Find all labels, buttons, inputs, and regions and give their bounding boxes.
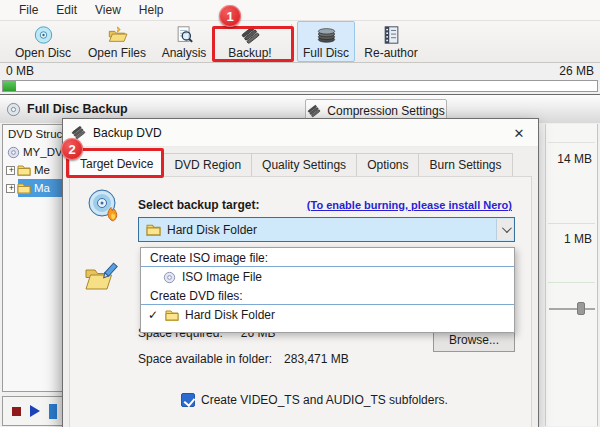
- annotation-badge-1: 1: [219, 5, 241, 27]
- tree-item-folder-2[interactable]: Ma: [3, 179, 65, 197]
- open-disc-button[interactable]: Open Disc: [6, 21, 80, 62]
- tab-burn-settings[interactable]: Burn Settings: [418, 153, 512, 177]
- dropdown-item-iso-label: ISO Image File: [182, 270, 262, 284]
- dropdown-item-folder-label: Hard Disk Folder: [185, 308, 275, 322]
- app-window: File Edit View Help Open Disc Open Files: [0, 0, 600, 427]
- film-strip-icon: [382, 25, 401, 45]
- subfolders-checkbox-label: Create VIDEO_TS and AUDIO_TS subfolders.: [201, 393, 448, 407]
- combobox-value: Hard Disk Folder: [167, 223, 257, 237]
- tree-item-folder-1-label: Me: [34, 164, 50, 176]
- re-author-label: Re-author: [364, 46, 417, 60]
- combobox-dropdown-button[interactable]: [496, 219, 513, 240]
- compression-settings-icon: [307, 104, 321, 118]
- write-folder-icon: [82, 261, 118, 293]
- slider1-track[interactable]: [549, 308, 595, 310]
- backup-target-dropdown-list: Create ISO image file: ISO Image File Cr…: [140, 247, 515, 333]
- panel-divider: [548, 223, 595, 224]
- open-folder-icon: [107, 25, 128, 45]
- capacity-row: 0 MB 26 MB: [0, 63, 600, 79]
- subfolders-checkbox-row: Create VIDEO_TS and AUDIO_TS subfolders.: [181, 393, 448, 407]
- slider1-thumb[interactable]: [577, 302, 585, 315]
- dropdown-item-folder[interactable]: ✓ Hard Disk Folder: [141, 305, 514, 324]
- menu-view[interactable]: View: [86, 1, 130, 19]
- select-backup-target-label: Select backup target:: [138, 198, 259, 212]
- cd-icon: [33, 25, 54, 45]
- slider1-value: 14 MB: [557, 152, 592, 166]
- disc-stack-icon: [315, 25, 338, 45]
- analysis-label: Analysis: [162, 46, 207, 60]
- dvd-disc-icon: [7, 146, 20, 159]
- tab-dvd-region[interactable]: DVD Region: [163, 153, 252, 177]
- close-icon[interactable]: ✕: [500, 119, 538, 147]
- slider2-value: 1 MB: [564, 232, 592, 246]
- stop-icon[interactable]: [12, 407, 21, 416]
- capacity-total: 26 MB: [559, 64, 594, 78]
- tab-options[interactable]: Options: [356, 153, 419, 177]
- dialog-title: Backup DVD: [93, 126, 162, 140]
- folder-icon: [165, 309, 179, 321]
- re-author-button[interactable]: Re-author: [355, 21, 427, 62]
- compression-settings-label: Compression Settings: [327, 104, 444, 118]
- install-nero-link[interactable]: (To enable burning, please install Nero): [307, 199, 512, 211]
- toolbar: Open Disc Open Files Analysis: [0, 21, 600, 63]
- folder-icon: [17, 164, 31, 176]
- annotation-box-backup: [212, 26, 294, 62]
- analysis-button[interactable]: Analysis: [154, 21, 214, 62]
- space-available-row: Space available in folder:283,471 MB: [138, 352, 349, 366]
- space-available-label: Space available in folder:: [138, 352, 272, 366]
- capacity-used: 0 MB: [6, 64, 34, 78]
- backup-target-combobox[interactable]: Hard Disk Folder: [138, 217, 515, 242]
- dialog-title-bar[interactable]: Backup DVD: [63, 119, 538, 147]
- panel-divider: [548, 142, 595, 143]
- dropdown-item-iso[interactable]: ISO Image File: [141, 267, 514, 286]
- menu-edit[interactable]: Edit: [47, 1, 86, 19]
- analysis-magnifier-icon: [174, 25, 195, 45]
- open-disc-label: Open Disc: [15, 46, 71, 60]
- folder-icon: [17, 182, 31, 194]
- menu-file[interactable]: File: [10, 1, 47, 19]
- full-disc-button[interactable]: Full Disc: [297, 21, 355, 62]
- open-files-button[interactable]: Open Files: [80, 21, 154, 62]
- play-icon[interactable]: [30, 405, 40, 417]
- tree-item-folder-1[interactable]: Me: [3, 161, 65, 179]
- tree-item-folder-2-label: Ma: [34, 182, 50, 194]
- annotation-badge-2: 2: [61, 138, 83, 160]
- iso-disc-icon: [163, 271, 176, 284]
- dropdown-group-dvd: Create DVD files:: [141, 286, 514, 305]
- checkmark-icon: ✓: [148, 308, 159, 322]
- subfolders-checkbox[interactable]: [181, 393, 195, 407]
- open-files-label: Open Files: [88, 46, 146, 60]
- menu-bar: File Edit View Help: [0, 0, 600, 21]
- tab-quality-settings[interactable]: Quality Settings: [251, 153, 357, 177]
- section-title: Full Disc Backup: [27, 102, 128, 116]
- menu-help[interactable]: Help: [130, 1, 173, 19]
- dvd-structure-title: DVD Struc: [3, 125, 65, 143]
- expand-plus-icon[interactable]: [6, 184, 15, 193]
- tree-item-root-label: MY_DV: [23, 146, 63, 158]
- expand-plus-icon[interactable]: [6, 166, 15, 175]
- tree-item-root[interactable]: MY_DV: [3, 143, 65, 161]
- folder-icon: [146, 223, 161, 236]
- panel-divider: [548, 282, 595, 283]
- capacity-progress-bar: [2, 80, 598, 92]
- dropdown-group-iso: Create ISO image file:: [141, 248, 514, 267]
- burn-disc-icon: [86, 187, 122, 223]
- capacity-progress-fill: [3, 81, 16, 91]
- pause-bar-icon[interactable]: [49, 404, 57, 419]
- section-disc-icon: [6, 102, 21, 117]
- space-available-value: 283,471 MB: [284, 352, 349, 366]
- dvd-structure-panel: DVD Struc MY_DV Me Ma: [2, 124, 66, 392]
- preview-controls: [2, 396, 66, 426]
- full-disc-label: Full Disc: [303, 46, 349, 60]
- compression-side-panel: 14 MB 1 MB: [545, 124, 598, 426]
- chevron-down-icon: [501, 223, 511, 233]
